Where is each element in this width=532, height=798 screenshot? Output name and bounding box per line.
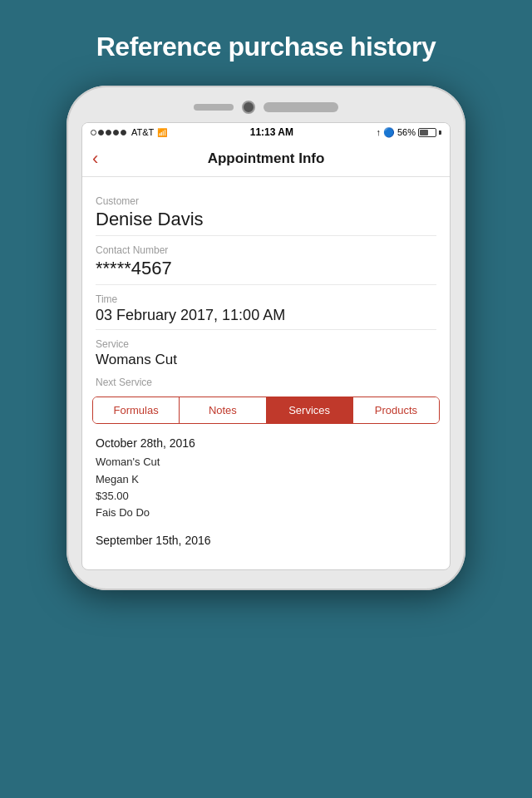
phone-body: AT&T 📶 11:13 AM ↑ 🔵 56% <box>66 86 466 590</box>
signal-dot-1 <box>91 130 96 135</box>
page-background: Reference purchase history <box>0 0 532 590</box>
next-service-label: Next Service <box>96 377 436 388</box>
status-left: AT&T 📶 <box>91 127 167 137</box>
tab-formulas[interactable]: Formulas <box>93 397 180 423</box>
status-right: ↑ 🔵 56% <box>376 127 441 138</box>
divider-3 <box>96 329 436 330</box>
tab-notes[interactable]: Notes <box>180 397 266 423</box>
signal-dot-5 <box>121 130 126 135</box>
divider-1 <box>96 235 436 236</box>
history-detail-1: Woman's CutMegan K$35.00Fais Do Do <box>96 454 436 521</box>
battery-tip <box>439 131 441 135</box>
time-label: Time <box>96 293 436 305</box>
carrier-label: AT&T <box>131 127 154 137</box>
history-date-2: September 15th, 2016 <box>96 531 436 549</box>
phone-frame: AT&T 📶 11:13 AM ↑ 🔵 56% <box>0 86 532 590</box>
status-bar: AT&T 📶 11:13 AM ↑ 🔵 56% <box>82 123 450 141</box>
signal-dots <box>91 130 126 135</box>
history-entry-2: September 15th, 2016 <box>96 531 436 549</box>
camera-icon <box>242 101 255 114</box>
history-date-1: October 28th, 2016 <box>96 434 436 452</box>
signal-dot-2 <box>98 130 104 135</box>
navigation-bar: ‹ Appointment Info <box>82 141 450 177</box>
status-time: 11:13 AM <box>250 126 293 138</box>
speaker-top <box>194 104 234 111</box>
battery-fill <box>420 130 428 135</box>
speaker-main <box>264 102 338 112</box>
wifi-icon: 📶 <box>157 128 167 137</box>
appointment-content: Customer Denise Davis Contact Number ***… <box>82 177 450 388</box>
battery-icon <box>418 128 436 137</box>
history-entry-1: October 28th, 2016 Woman's CutMegan K$35… <box>96 434 436 521</box>
time-value: 03 February 2017, 11:00 AM <box>96 307 436 324</box>
nav-title: Appointment Info <box>117 150 415 167</box>
location-icon: ↑ <box>376 127 381 137</box>
phone-screen: AT&T 📶 11:13 AM ↑ 🔵 56% <box>81 122 451 570</box>
tab-bar: Formulas Notes Services Products <box>92 397 440 424</box>
signal-dot-3 <box>106 130 111 135</box>
battery-percent: 56% <box>397 127 416 137</box>
tab-products[interactable]: Products <box>353 397 439 423</box>
divider-2 <box>96 284 436 285</box>
history-content: October 28th, 2016 Woman's CutMegan K$35… <box>82 424 450 569</box>
contact-number: *****4567 <box>96 258 436 279</box>
page-title: Reference purchase history <box>0 0 532 86</box>
phone-top-hardware <box>81 101 451 114</box>
back-button[interactable]: ‹ <box>92 148 117 170</box>
customer-name: Denise Davis <box>96 209 436 230</box>
customer-label: Customer <box>96 195 436 207</box>
service-label: Service <box>96 338 436 350</box>
service-value: Womans Cut <box>96 352 436 368</box>
tab-services[interactable]: Services <box>267 397 353 423</box>
signal-dot-4 <box>113 130 119 135</box>
bluetooth-icon: 🔵 <box>383 127 395 138</box>
contact-label: Contact Number <box>96 244 436 256</box>
